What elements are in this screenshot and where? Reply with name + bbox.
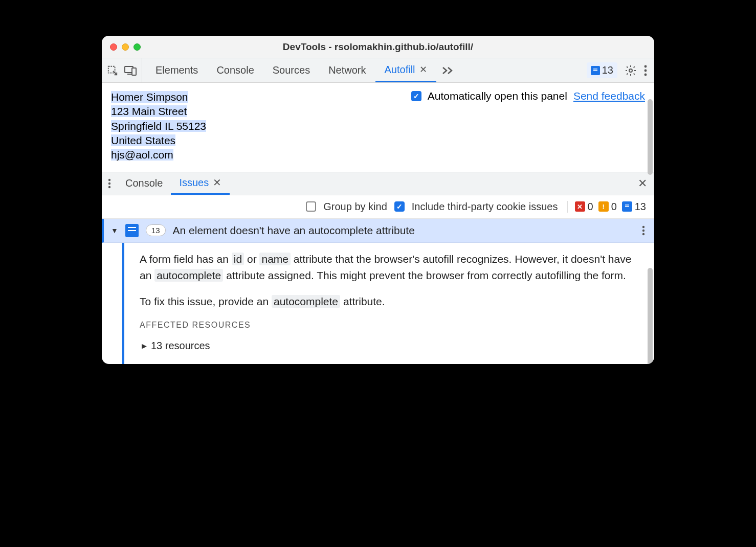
code-keyword: autocomplete — [272, 295, 340, 308]
code-keyword: name — [259, 253, 291, 265]
info-count[interactable]: 13 — [622, 201, 646, 213]
window-controls — [110, 43, 141, 51]
warning-icon: ! — [598, 201, 609, 212]
address-line: 123 Main Street — [111, 105, 187, 117]
tabs-overflow-icon[interactable] — [436, 58, 459, 82]
svg-point-4 — [644, 65, 647, 67]
address-line: Springfield IL 55123 — [111, 120, 206, 132]
close-icon[interactable]: ✕ — [213, 176, 221, 189]
titlebar: DevTools - rsolomakhin.github.io/autofil… — [102, 36, 654, 58]
window-title: DevTools - rsolomakhin.github.io/autofil… — [102, 41, 654, 53]
svg-point-11 — [642, 230, 644, 232]
issue-body: A form field has an id or name attribute… — [122, 243, 654, 364]
issue-type-icon — [125, 224, 139, 237]
issue-count-pill: 13 — [146, 224, 166, 236]
drawer-tab-strip: Console Issues ✕ ✕ — [102, 172, 654, 195]
drawer-tab-console[interactable]: Console — [117, 172, 171, 195]
tab-console[interactable]: Console — [207, 58, 263, 82]
autofill-panel: Homer Simpson 123 Main Street Springfiel… — [102, 83, 654, 172]
issue-counts: ✕0 !0 13 — [567, 201, 647, 213]
chat-icon — [591, 66, 600, 75]
svg-rect-2 — [132, 68, 136, 75]
auto-open-checkbox[interactable]: ✓ — [411, 91, 421, 101]
drawer-close-icon[interactable]: ✕ — [631, 172, 654, 195]
minimize-window-icon[interactable] — [122, 43, 129, 51]
scrollbar[interactable] — [648, 99, 653, 175]
svg-point-12 — [642, 233, 644, 235]
send-feedback-link[interactable]: Send feedback — [573, 90, 645, 102]
error-icon: ✕ — [575, 201, 585, 212]
gear-icon[interactable] — [625, 64, 637, 77]
include-third-party-label: Include third-party cookie issues — [412, 201, 558, 213]
tab-autofill[interactable]: Autofill ✕ — [375, 58, 436, 82]
address-line: hjs@aol.com — [111, 149, 173, 161]
info-icon — [622, 201, 632, 212]
panel-controls: ✓ Automatically open this panel Send fee… — [411, 90, 645, 102]
svg-point-9 — [108, 186, 110, 188]
group-by-kind-checkbox[interactable] — [306, 201, 316, 212]
svg-point-8 — [108, 183, 110, 185]
drawer-kebab-icon[interactable] — [102, 172, 117, 195]
svg-point-3 — [629, 69, 632, 72]
tab-network[interactable]: Network — [319, 58, 375, 82]
svg-point-10 — [642, 226, 644, 228]
close-window-icon[interactable] — [110, 43, 117, 51]
issues-filter-row: Group by kind ✓ Include third-party cook… — [102, 195, 654, 219]
issues-count-button[interactable]: 13 — [587, 62, 617, 78]
chevron-right-icon: ▶ — [142, 341, 147, 351]
tab-sources[interactable]: Sources — [263, 58, 319, 82]
affected-resources-heading: AFFECTED RESOURCES — [140, 319, 640, 332]
devtools-window: DevTools - rsolomakhin.github.io/autofil… — [102, 36, 654, 364]
include-third-party-checkbox[interactable]: ✓ — [394, 201, 405, 212]
auto-open-label: Automatically open this panel — [428, 90, 567, 102]
svg-point-7 — [108, 179, 110, 181]
zoom-window-icon[interactable] — [134, 43, 141, 51]
issue-body-wrap: A form field has an id or name attribute… — [102, 243, 654, 364]
warning-count[interactable]: !0 — [598, 201, 617, 213]
inspect-icon[interactable] — [107, 65, 118, 76]
svg-point-6 — [644, 73, 647, 76]
issue-header[interactable]: ▼ 13 An element doesn't have an autocomp… — [102, 219, 654, 243]
address-block: Homer Simpson 123 Main Street Springfiel… — [111, 90, 206, 163]
issue-kebab-icon[interactable] — [640, 225, 647, 236]
group-by-kind-label: Group by kind — [323, 201, 387, 213]
kebab-icon[interactable] — [644, 65, 647, 76]
address-line: United States — [111, 134, 175, 146]
error-count[interactable]: ✕0 — [575, 201, 593, 213]
close-icon[interactable]: ✕ — [419, 64, 427, 75]
chevron-down-icon[interactable]: ▼ — [111, 226, 118, 235]
drawer-tab-issues[interactable]: Issues ✕ — [171, 172, 230, 195]
address-line: Homer Simpson — [111, 91, 188, 103]
issue-title: An element doesn't have an autocomplete … — [173, 224, 415, 237]
code-keyword: id — [232, 253, 244, 265]
device-toggle-icon[interactable] — [124, 65, 137, 76]
scrollbar[interactable] — [648, 268, 653, 364]
affected-resources-toggle[interactable]: ▶ 13 resources — [140, 338, 640, 354]
main-tab-strip: Elements Console Sources Network Autofil… — [102, 58, 654, 83]
code-keyword: autocomplete — [154, 269, 223, 282]
svg-point-5 — [644, 69, 647, 72]
tab-elements[interactable]: Elements — [146, 58, 207, 82]
